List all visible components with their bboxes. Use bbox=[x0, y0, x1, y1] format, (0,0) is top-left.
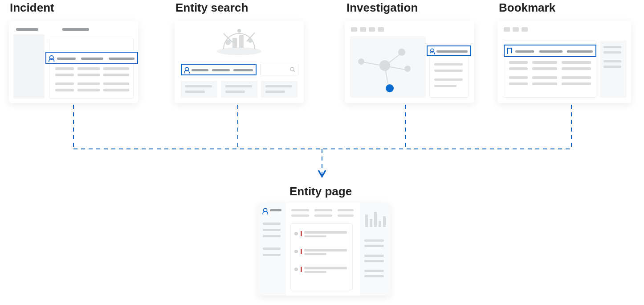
user-icon bbox=[184, 67, 188, 72]
svg-rect-2 bbox=[239, 35, 244, 48]
card-bookmark bbox=[497, 21, 631, 103]
search-input[interactable] bbox=[260, 64, 298, 75]
incident-entity-row[interactable] bbox=[45, 52, 138, 64]
label-incident: Incident bbox=[10, 1, 54, 15]
user-icon bbox=[430, 49, 434, 54]
mini-bar-chart bbox=[364, 209, 386, 227]
card-entity-page bbox=[258, 203, 390, 296]
svg-point-8 bbox=[290, 67, 294, 71]
user-icon bbox=[49, 55, 53, 61]
svg-rect-1 bbox=[232, 38, 237, 48]
svg-line-9 bbox=[293, 70, 295, 72]
label-entity-search: Entity search bbox=[175, 1, 248, 15]
investigation-graph[interactable] bbox=[350, 36, 426, 98]
bookmark-icon bbox=[507, 48, 512, 54]
label-investigation: Investigation bbox=[346, 1, 418, 15]
bookmark-entity-row[interactable] bbox=[504, 45, 596, 57]
user-icon bbox=[262, 208, 267, 213]
card-entity-search bbox=[175, 21, 304, 103]
card-investigation bbox=[345, 21, 474, 103]
alerts-panel bbox=[290, 223, 353, 290]
label-bookmark: Bookmark bbox=[499, 1, 555, 15]
svg-point-3 bbox=[225, 40, 231, 45]
illustration-icon bbox=[215, 25, 264, 56]
investigation-entity-row[interactable] bbox=[427, 45, 471, 56]
svg-point-7 bbox=[237, 29, 241, 33]
label-entity-page: Entity page bbox=[289, 185, 352, 198]
entity-search-result[interactable] bbox=[181, 64, 257, 75]
search-icon bbox=[290, 67, 295, 72]
graph-selected-node[interactable] bbox=[386, 84, 394, 92]
